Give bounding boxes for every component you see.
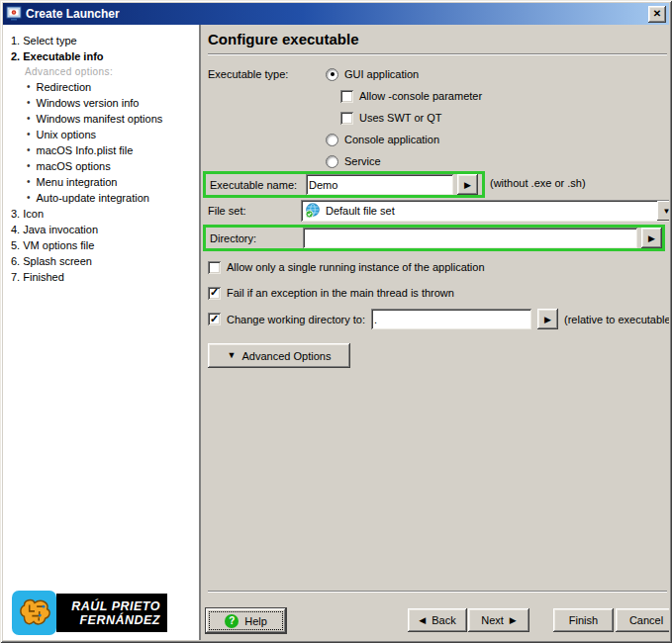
substep-windows-manifest-options[interactable]: •Windows manifest options [3,111,199,127]
next-button[interactable]: Next ▶ [468,608,529,632]
substep-label: Menu integration [37,174,118,190]
step-select-type[interactable]: 1. Select type [3,33,199,48]
file-set-value: Default file set [326,205,395,217]
bullet-icon: • [27,174,31,190]
step-executable-info[interactable]: 2. Executable info [3,48,199,64]
substep-redirection[interactable]: •Redirection [3,79,199,95]
gui-application-option: GUI application [326,66,419,82]
file-set-row: File set: [208,203,246,219]
step-splash-screen[interactable]: 6. Splash screen [3,253,199,269]
fail-exception-checkbox[interactable]: ✓ [208,287,221,300]
substep-menu-integration[interactable]: •Menu integration [3,174,199,190]
field-arrow-icon: ▶ [648,233,655,243]
directory-highlight: Directory: ▶ [203,225,665,251]
gui-application-label: GUI application [344,68,419,80]
field-arrow-icon: ▶ [544,315,551,324]
uses-swt-option: Uses SWT or QT [340,110,442,126]
bullet-icon: • [27,158,31,174]
uses-swt-label: Uses SWT or QT [359,112,442,124]
dialog-content: 1. Select type 2. Executable info Advanc… [3,25,669,640]
console-application-label: Console application [344,134,439,145]
title-bar[interactable]: Create Launcher ✕ [3,3,669,25]
step-finished[interactable]: 7. Finished [3,269,199,285]
substep-label: macOS options [37,158,111,174]
help-button[interactable]: ? Help [206,608,286,633]
back-arrow-icon: ◀ [419,616,426,625]
change-wd-input[interactable] [371,309,531,329]
bullet-icon: • [27,127,31,142]
substep-auto-update-integration[interactable]: •Auto-update integration [3,190,199,206]
substep-macos-options[interactable]: •macOS options [3,158,199,174]
substep-label: Unix options [37,127,97,142]
change-wd-checkbox[interactable]: ✓ [208,313,221,325]
console-application-option: Console application [326,132,439,147]
close-icon: ✕ [653,8,661,19]
substep-label: Redirection [37,79,92,95]
allow-console-option: Allow -console parameter [340,88,482,104]
field-arrow-icon: ▶ [464,180,471,190]
header-separator [208,53,667,55]
logo-line2: FERNÁNDEZ [79,613,160,627]
single-instance-checkbox[interactable] [208,261,221,274]
help-label: Help [244,615,267,627]
finish-label: Finish [569,614,598,626]
logo-line1: RAÚL PRIETO [71,599,160,613]
substep-label: Auto-update integration [37,190,149,206]
bullet-icon: • [27,79,31,95]
help-glyph: ? [229,615,235,626]
service-radio[interactable] [326,155,338,168]
advanced-options-button[interactable]: ▼ Advanced Options [208,343,350,368]
file-set-label: File set: [208,205,246,217]
bullet-icon: • [27,111,31,127]
uses-swt-checkbox[interactable] [340,112,353,125]
bullet-icon: • [27,142,31,158]
service-option: Service [326,153,381,169]
check-icon: ✓ [210,287,219,298]
finish-button[interactable]: Finish [553,608,614,632]
back-label: Back [432,614,455,626]
console-application-radio[interactable] [326,134,338,146]
substep-windows-version-info[interactable]: •Windows version info [3,95,199,111]
file-set-globe-icon [305,203,321,219]
substep-unix-options[interactable]: •Unix options [3,127,199,142]
cancel-button[interactable]: Cancel [616,608,669,632]
step-vm-options-file[interactable]: 5. VM options file [3,237,199,253]
create-launcher-window: Create Launcher ✕ 1. Select type 2. Exec… [0,0,672,643]
substep-label: Windows manifest options [37,111,163,127]
file-set-dropdown-button[interactable]: ▼ [657,201,669,221]
footer-separator [208,591,667,593]
fail-exception-option: ✓ Fail if an exception in the main threa… [208,285,454,301]
allow-console-label: Allow -console parameter [359,90,482,102]
step-java-invocation[interactable]: 4. Java invocation [3,222,199,237]
executable-type-label: Executable type: [208,68,288,80]
change-wd-label: Change working directory to: [227,314,365,325]
bullet-icon: • [27,95,31,111]
wizard-steps-sidebar: 1. Select type 2. Executable info Advanc… [3,25,201,640]
help-icon: ? [225,614,239,628]
branding-logo: RAÚL PRIETO FERNÁNDEZ [12,591,167,635]
allow-console-checkbox[interactable] [340,90,353,103]
next-arrow-icon: ▶ [510,616,517,625]
gui-application-radio[interactable] [326,68,338,81]
executable-name-highlight: Executable name: ▶ [203,171,485,198]
substep-macos-infoplist[interactable]: •macOS Info.plist file [3,142,199,158]
substep-label: Windows version info [37,95,140,111]
combo-arrow-icon: ▼ [663,207,669,216]
step-icon[interactable]: 3. Icon [3,206,199,222]
advanced-options-header: Advanced options: [3,64,199,79]
executable-name-input[interactable] [306,174,453,195]
fail-exception-label: Fail if an exception in the main thread … [227,287,454,299]
bullet-icon: • [27,190,31,206]
single-instance-option: Allow only a single running instance of … [208,259,485,275]
close-button[interactable]: ✕ [648,6,666,23]
directory-variable-button[interactable]: ▶ [641,228,662,248]
back-button[interactable]: ◀ Back [408,608,467,632]
change-wd-variable-button[interactable]: ▶ [537,309,558,329]
directory-input[interactable] [303,228,637,248]
executable-name-hint: (without .exe or .sh) [490,177,586,189]
next-label: Next [481,614,504,626]
executable-name-variable-button[interactable]: ▶ [457,174,478,195]
advanced-options-label: Advanced Options [242,350,332,362]
file-set-combobox[interactable]: Default file set ▼ [301,200,669,222]
expand-arrow-icon: ▼ [228,351,237,360]
